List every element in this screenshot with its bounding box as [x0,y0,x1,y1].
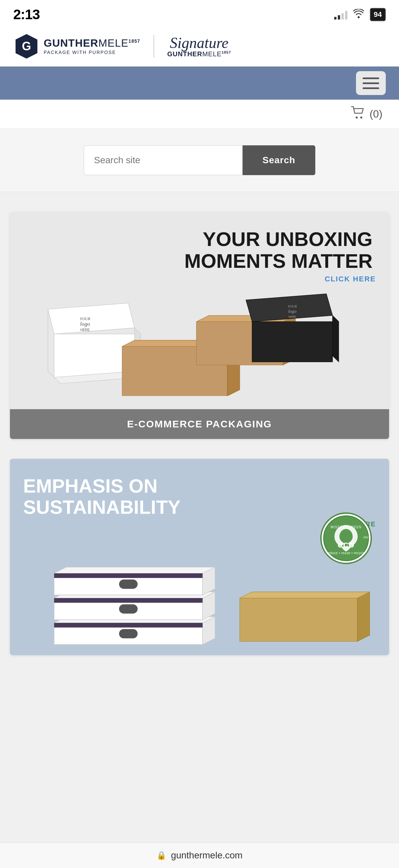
domain-text: gunthermele.com [171,850,242,861]
svg-text:HERE: HERE [80,328,90,332]
svg-text:logo: logo [288,309,296,314]
svg-rect-33 [119,629,138,638]
svg-text:HERE: HERE [289,315,296,318]
svg-text:MISSION GREEN: MISSION GREEN [331,525,362,529]
cart-count: (0) [370,108,383,120]
eco-badge: eco reduce • reuse • recycle MISSION GRE… [320,512,372,565]
brand-name: GUNTHERMELE1857 [44,38,140,48]
status-bar: 2:13 94 [0,0,399,27]
svg-marker-46 [357,592,370,642]
svg-rect-19 [252,322,333,362]
sustainability-title: EMPHASIS ONSUSTAINABILITY [23,475,376,518]
ecommerce-footer: E-COMMERCE PACKAGING [10,409,389,439]
cart-area[interactable]: (0) [351,106,383,122]
svg-rect-44 [54,623,203,627]
search-input[interactable] [84,145,242,175]
svg-text:reduce • reuse • recycle: reduce • reuse • recycle [327,551,365,555]
svg-rect-43 [54,598,203,602]
header-logo-area: G GUNTHERMELE1857 PACKAGE WITH PURPOSE S… [0,27,399,66]
svg-marker-47 [240,592,370,598]
ecommerce-footer-text: E-COMMERCE PACKAGING [127,418,272,429]
ecommerce-banner[interactable]: YOUR UNBOXINGMOMENTS MATTER CLICK HERE Y… [10,212,389,439]
svg-marker-20 [333,315,339,362]
ecommerce-title: YOUR UNBOXINGMOMENTS MATTER [23,228,376,272]
svg-point-2 [356,117,358,119]
hamburger-line [363,78,379,79]
lock-icon: 🔒 [157,851,166,860]
svg-rect-37 [119,604,138,613]
hamburger-menu-button[interactable] [356,71,386,95]
hamburger-line [363,87,379,89]
wifi-icon [353,9,364,21]
status-time: 2:13 [13,7,40,23]
signature-logo[interactable]: Signature GUNTHERMELE1857 [167,35,231,57]
signal-icon [334,9,347,20]
hexagon-icon: G [13,33,40,60]
svg-rect-45 [240,598,357,641]
gunthermele-logo[interactable]: G GUNTHERMELE1857 PACKAGE WITH PURPOSE [13,33,140,60]
search-button[interactable]: Search [242,145,315,175]
nav-bar [0,66,399,100]
gunthermele-text: GUNTHERMELE1857 PACKAGE WITH PURPOSE [44,38,140,55]
status-icons: 94 [334,8,386,21]
signature-brand: GUNTHERMELE1857 [167,51,231,57]
svg-text:eco: eco [337,539,354,550]
main-content: YOUR UNBOXINGMOMENTS MATTER CLICK HERE Y… [0,192,399,675]
svg-marker-40 [54,567,215,574]
svg-rect-41 [119,579,138,589]
search-bar: Search [0,129,399,192]
svg-text:YOUR: YOUR [80,316,90,321]
svg-rect-42 [54,573,203,578]
svg-text:chic: chic [363,536,369,539]
boxes-illustration: YOUR logo HERE YOUR logo HERE [23,283,376,396]
brand-tagline: PACKAGE WITH PURPOSE [44,50,140,55]
svg-point-3 [360,117,362,119]
bottom-bar: 🔒 gunthermele.com [0,842,399,868]
hamburger-line [363,83,379,84]
ecommerce-cta: CLICK HERE [23,275,376,283]
sustainability-inner: EMPHASIS ONSUSTAINABILITY CLICK HERE eco… [10,459,389,655]
svg-text:logo: logo [80,321,90,327]
ecommerce-inner: YOUR UNBOXINGMOMENTS MATTER CLICK HERE Y… [10,212,389,409]
cart-icon [351,106,365,122]
cart-bar: (0) [0,100,399,129]
svg-text:YOUR: YOUR [288,305,297,309]
svg-text:G: G [22,39,31,53]
signature-text: Signature [170,35,228,51]
ecommerce-text-area: YOUR UNBOXINGMOMENTS MATTER CLICK HERE [23,228,376,283]
sustainability-banner[interactable]: EMPHASIS ONSUSTAINABILITY CLICK HERE eco… [10,459,389,655]
logo-divider [154,35,154,58]
battery-icon: 94 [370,8,386,21]
svg-marker-4 [48,303,135,334]
